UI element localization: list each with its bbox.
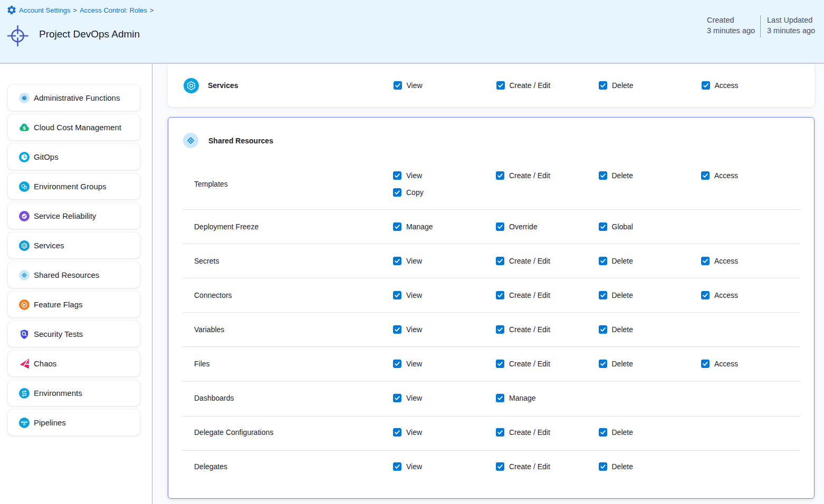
svg-text:$: $ — [23, 124, 26, 130]
